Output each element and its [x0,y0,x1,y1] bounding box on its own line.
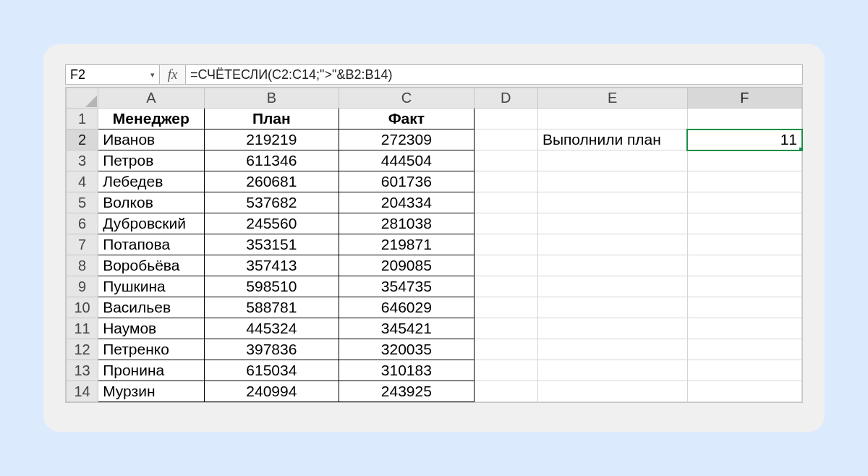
cell-B11[interactable]: 445324 [204,318,339,339]
cell-F7[interactable] [687,234,802,255]
cell-B2[interactable]: 219219 [204,129,339,150]
cell-C12[interactable]: 320035 [339,339,475,360]
rowhdr-5[interactable]: 5 [67,192,98,213]
cell-F1[interactable] [687,109,802,129]
cell-D5[interactable] [474,192,537,213]
select-all-corner[interactable] [67,88,98,109]
rowhdr-10[interactable]: 10 [67,297,98,318]
rowhdr-1[interactable]: 1 [67,109,98,129]
cell-D2[interactable] [474,129,537,150]
cell-C1[interactable]: Факт [339,109,475,129]
cell-F5[interactable] [687,192,802,213]
cell-B6[interactable]: 245560 [204,213,339,234]
colhdr-C[interactable]: C [339,88,475,109]
cell-E14[interactable] [537,381,687,402]
cell-B9[interactable]: 598510 [204,276,339,297]
rowhdr-2[interactable]: 2 [67,129,98,150]
cell-E2[interactable]: Выполнили план [537,129,687,150]
cell-D1[interactable] [474,109,537,129]
cell-D9[interactable] [474,276,537,297]
cell-B13[interactable]: 615034 [204,360,339,381]
cell-A5[interactable]: Волков [98,192,204,213]
cell-F10[interactable] [687,297,802,318]
cell-E10[interactable] [537,297,687,318]
cell-D3[interactable] [474,150,537,171]
rowhdr-3[interactable]: 3 [67,150,98,171]
cell-D8[interactable] [474,255,537,276]
cell-D11[interactable] [474,318,537,339]
cell-E1[interactable] [537,109,687,129]
cell-F13[interactable] [687,360,802,381]
cell-F8[interactable] [687,255,802,276]
rowhdr-7[interactable]: 7 [67,234,98,255]
cell-E7[interactable] [537,234,687,255]
cell-D4[interactable] [474,171,537,192]
colhdr-D[interactable]: D [474,88,537,109]
cell-F4[interactable] [687,171,802,192]
cell-C14[interactable]: 243925 [339,381,475,402]
cell-D10[interactable] [474,297,537,318]
cell-A11[interactable]: Наумов [98,318,204,339]
cell-A7[interactable]: Потапова [98,234,204,255]
cell-A13[interactable]: Пронина [98,360,204,381]
cell-D7[interactable] [474,234,537,255]
cell-D6[interactable] [474,213,537,234]
cell-E6[interactable] [537,213,687,234]
rowhdr-14[interactable]: 14 [67,381,98,402]
cell-A12[interactable]: Петренко [98,339,204,360]
cell-C11[interactable]: 345421 [339,318,475,339]
rowhdr-13[interactable]: 13 [67,360,98,381]
cell-D12[interactable] [474,339,537,360]
cell-C7[interactable]: 219871 [339,234,475,255]
cell-C2[interactable]: 272309 [339,129,475,150]
cell-B12[interactable]: 397836 [204,339,339,360]
cell-B10[interactable]: 588781 [204,297,339,318]
rowhdr-6[interactable]: 6 [67,213,98,234]
cell-C5[interactable]: 204334 [339,192,475,213]
cell-C9[interactable]: 354735 [339,276,475,297]
cell-F6[interactable] [687,213,802,234]
cell-D13[interactable] [474,360,537,381]
cell-B5[interactable]: 537682 [204,192,339,213]
cell-F2[interactable]: 11 [687,129,802,150]
cell-B4[interactable]: 260681 [204,171,339,192]
colhdr-B[interactable]: B [204,88,339,109]
cell-C10[interactable]: 646029 [339,297,475,318]
cell-A14[interactable]: Мурзин [98,381,204,402]
cell-A1[interactable]: Менеджер [98,109,204,129]
name-box[interactable]: F2 ▾ [66,65,160,84]
colhdr-E[interactable]: E [537,88,687,109]
cell-B3[interactable]: 611346 [204,150,339,171]
cell-E4[interactable] [537,171,687,192]
cell-D14[interactable] [474,381,537,402]
rowhdr-9[interactable]: 9 [67,276,98,297]
cell-A8[interactable]: Воробьёва [98,255,204,276]
rowhdr-12[interactable]: 12 [67,339,98,360]
fx-icon[interactable]: fx [160,65,186,84]
cell-E5[interactable] [537,192,687,213]
cell-E11[interactable] [537,318,687,339]
cell-A3[interactable]: Петров [98,150,204,171]
cell-E13[interactable] [537,360,687,381]
cell-E12[interactable] [537,339,687,360]
cell-C8[interactable]: 209085 [339,255,475,276]
cell-B1[interactable]: План [204,109,339,129]
cell-E8[interactable] [537,255,687,276]
colhdr-A[interactable]: A [98,88,204,109]
cell-F3[interactable] [687,150,802,171]
cell-C4[interactable]: 601736 [339,171,475,192]
cell-A2[interactable]: Иванов [98,129,204,150]
cell-A6[interactable]: Дубровский [98,213,204,234]
cell-B7[interactable]: 353151 [204,234,339,255]
chevron-down-icon[interactable]: ▾ [146,70,159,80]
cell-E3[interactable] [537,150,687,171]
rowhdr-4[interactable]: 4 [67,171,98,192]
rowhdr-8[interactable]: 8 [67,255,98,276]
cell-A4[interactable]: Лебедев [98,171,204,192]
cell-F11[interactable] [687,318,802,339]
cell-A10[interactable]: Васильев [98,297,204,318]
cell-C6[interactable]: 281038 [339,213,475,234]
cell-C3[interactable]: 444504 [339,150,475,171]
cell-F14[interactable] [687,381,802,402]
cell-A9[interactable]: Пушкина [98,276,204,297]
